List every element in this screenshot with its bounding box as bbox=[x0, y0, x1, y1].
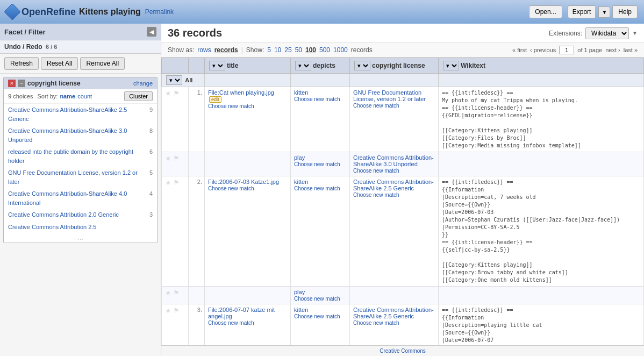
title-cell-1: File:Cat when playing.jpg edit bbox=[208, 89, 274, 102]
sort-by-count[interactable]: count bbox=[77, 93, 92, 99]
first-page-link[interactable]: « first bbox=[512, 47, 527, 53]
choose-copyright-1b[interactable]: Choose new match bbox=[353, 168, 399, 174]
col-header-title[interactable]: ▾ title bbox=[205, 58, 291, 74]
collapse-sidebar-button[interactable]: ◀ bbox=[147, 27, 156, 37]
facet-change-link[interactable]: change bbox=[133, 80, 153, 87]
show-100[interactable]: 100 bbox=[305, 46, 316, 54]
choose-match-title-3[interactable]: Choose new match bbox=[208, 320, 254, 326]
facet-title: copyright license bbox=[27, 80, 131, 87]
creative-commons-link[interactable]: Creative Commons bbox=[380, 348, 426, 354]
choose-copyright-3[interactable]: Choose new match bbox=[353, 320, 399, 326]
sort-by-name[interactable]: name bbox=[60, 93, 75, 99]
wikitext-cell-1: == {{int:filedesc}} == My photo of my ca… bbox=[439, 87, 644, 152]
open-button[interactable]: Open... bbox=[529, 5, 562, 18]
wikitext-cell-3: == {{int:filedesc}} == {{Information |De… bbox=[439, 304, 644, 346]
facet-x-button[interactable]: ✕ bbox=[8, 80, 16, 87]
records-suffix-label: records bbox=[351, 46, 373, 54]
depicts-value-2b[interactable]: play bbox=[294, 289, 305, 295]
permalink-link[interactable]: Permalink bbox=[145, 8, 174, 16]
facet-minus-button[interactable]: − bbox=[18, 80, 25, 87]
flag-icon-1b[interactable]: ⚑ bbox=[173, 154, 180, 162]
col-header-select bbox=[162, 58, 189, 74]
all-col-dropdown[interactable]: ▾ bbox=[166, 75, 182, 85]
footer: Creative Commons bbox=[161, 345, 644, 356]
cluster-button[interactable]: Cluster bbox=[124, 91, 153, 101]
page-input[interactable] bbox=[559, 46, 574, 54]
facet-item-2[interactable]: Creative Commons Attribution-ShareAlike … bbox=[4, 125, 157, 146]
show-as-label: Show as: bbox=[168, 46, 194, 54]
rows-link[interactable]: rows bbox=[197, 46, 211, 54]
copyright-value-1b[interactable]: Creative Commons Attribution-ShareAlike … bbox=[353, 154, 434, 167]
col-header-wikitext[interactable]: ▾ Wikitext bbox=[439, 58, 644, 74]
flag-icon-3[interactable]: ⚑ bbox=[173, 307, 180, 315]
wikitext-cell-1b bbox=[439, 152, 644, 176]
depicts-value-2[interactable]: kitten bbox=[294, 179, 308, 185]
star-icon-2[interactable]: ★ bbox=[165, 179, 171, 187]
col-header-depicts[interactable]: ▾ depicts bbox=[291, 58, 350, 74]
copyright-value-1[interactable]: GNU Free Documentation License, version … bbox=[353, 89, 426, 102]
show-1000[interactable]: 1000 bbox=[333, 46, 348, 54]
choose-copyright-2[interactable]: Choose new match bbox=[353, 192, 399, 198]
record-count: 36 records bbox=[168, 27, 222, 39]
depicts-value-1b[interactable]: play bbox=[294, 154, 305, 161]
last-page-link[interactable]: last » bbox=[624, 47, 638, 53]
facet-item-6[interactable]: Creative Commons Attribution 2.0 Generic… bbox=[4, 209, 157, 221]
help-button[interactable]: Help bbox=[612, 5, 638, 18]
wikitext-cell-2: == {{int:filedesc}} == {{Information |De… bbox=[439, 176, 644, 287]
facet-item-4[interactable]: GNU Free Documentation License, version … bbox=[4, 167, 157, 188]
star-icon-1b[interactable]: ★ bbox=[165, 154, 171, 162]
choose-depicts-1b[interactable]: Choose new match bbox=[294, 161, 340, 167]
show-label: Show: bbox=[246, 46, 264, 54]
copyright-value-2[interactable]: Creative Commons Attribution-ShareAlike … bbox=[353, 179, 434, 191]
star-icon-2b[interactable]: ★ bbox=[165, 289, 171, 297]
table-row: ★ ⚑ play Choose new match bbox=[162, 287, 644, 304]
show-10[interactable]: 10 bbox=[274, 46, 281, 54]
choose-match-title-1[interactable]: Choose new match bbox=[208, 103, 254, 109]
wikitext-cell-2b bbox=[439, 287, 644, 304]
previous-page-link[interactable]: ‹ previous bbox=[530, 47, 556, 53]
title-col-dropdown[interactable]: ▾ bbox=[209, 61, 225, 70]
depicts-value-1[interactable]: kitten bbox=[294, 89, 308, 96]
flag-icon-2b[interactable]: ⚑ bbox=[173, 289, 180, 297]
export-button[interactable]: Export bbox=[568, 5, 596, 18]
facet-item-7[interactable]: Creative Commons Attribution 2.5 bbox=[4, 221, 157, 233]
col-header-rownum bbox=[189, 58, 205, 74]
refresh-button[interactable]: Refresh bbox=[4, 57, 39, 70]
col-header-copyright[interactable]: ▾ copyright license bbox=[350, 58, 439, 74]
extensions-select[interactable]: Wikidata bbox=[585, 27, 629, 39]
facet-item-3[interactable]: released into the public domain by the c… bbox=[4, 146, 157, 167]
wikitext-col-dropdown[interactable]: ▾ bbox=[443, 61, 459, 70]
file-link-3[interactable]: File:2006-07-07 katze mit angel.jpg bbox=[208, 307, 275, 319]
next-page-link[interactable]: next › bbox=[605, 47, 620, 53]
show-50[interactable]: 50 bbox=[295, 46, 302, 54]
show-5[interactable]: 5 bbox=[267, 46, 271, 54]
copyright-value-3[interactable]: Creative Commons Attribution-ShareAlike … bbox=[353, 307, 434, 319]
depicts-col-dropdown[interactable]: ▾ bbox=[295, 61, 311, 70]
file-link-1[interactable]: File:Cat when playing.jpg bbox=[208, 89, 274, 96]
star-icon-3[interactable]: ★ bbox=[165, 307, 171, 315]
extensions-dropdown-arrow: ▼ bbox=[632, 30, 638, 36]
choose-depicts-2[interactable]: Choose new match bbox=[294, 186, 340, 191]
choose-depicts-2b[interactable]: Choose new match bbox=[294, 296, 340, 302]
export-dropdown[interactable]: ▼ bbox=[598, 6, 610, 18]
facet-item-5[interactable]: Creative Commons Attribution-ShareAlike … bbox=[4, 188, 157, 209]
flag-icon-1[interactable]: ⚑ bbox=[173, 89, 180, 97]
choose-depicts-1[interactable]: Choose new match bbox=[294, 96, 340, 102]
edit-badge-1[interactable]: edit bbox=[209, 96, 221, 103]
choose-match-title-2[interactable]: Choose new match bbox=[208, 186, 254, 191]
records-link[interactable]: records bbox=[214, 46, 238, 54]
choose-depicts-3[interactable]: Choose new match bbox=[294, 314, 340, 319]
file-link-2[interactable]: File:2006-07-03 Katze1.jpg bbox=[208, 179, 279, 185]
depicts-value-3[interactable]: kitten bbox=[294, 307, 308, 313]
table-row: ★ ⚑ 1. File:Cat when playing.jpg edit Ch bbox=[162, 87, 644, 152]
extensions-label: Extensions: bbox=[549, 30, 582, 37]
show-25[interactable]: 25 bbox=[284, 46, 291, 54]
reset-all-button[interactable]: Reset All bbox=[41, 57, 78, 70]
flag-icon-2[interactable]: ⚑ bbox=[173, 179, 180, 187]
remove-all-button[interactable]: Remove All bbox=[80, 57, 125, 70]
facet-item-1[interactable]: Creative Commons Attribution-ShareAlike … bbox=[4, 104, 157, 125]
choose-copyright-1[interactable]: Choose new match bbox=[353, 103, 399, 109]
star-icon-1[interactable]: ★ bbox=[165, 89, 171, 97]
show-500[interactable]: 500 bbox=[319, 46, 330, 54]
copyright-col-dropdown[interactable]: ▾ bbox=[354, 61, 370, 70]
